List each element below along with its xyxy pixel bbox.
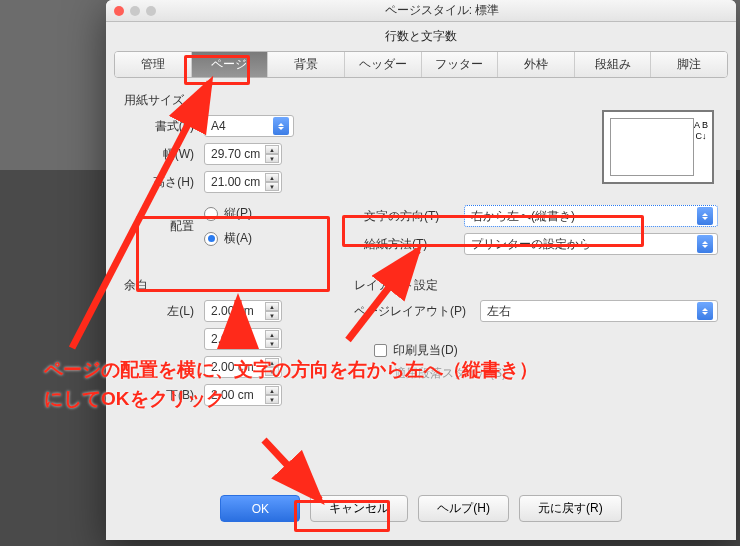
text-direction-label: 文字の方向(T) xyxy=(364,208,458,225)
layout-section: レイアウト設定 xyxy=(354,277,718,294)
tab-footnote[interactable]: 脚注 xyxy=(651,52,727,77)
cancel-button[interactable]: キャンセル xyxy=(310,495,408,522)
radio-icon xyxy=(204,207,218,221)
chevron-updown-icon xyxy=(273,117,289,135)
margin-left-spin[interactable]: 2.00 cm▲▼ xyxy=(204,300,282,322)
radio-icon xyxy=(204,232,218,246)
ok-button[interactable]: OK xyxy=(220,495,300,522)
tab-page[interactable]: ページ xyxy=(192,52,269,77)
page-preview: A BC↓ xyxy=(602,110,714,184)
tab-background[interactable]: 背景 xyxy=(268,52,345,77)
chevron-updown-icon xyxy=(697,302,713,320)
tab-manage[interactable]: 管理 xyxy=(115,52,192,77)
window-title: ページスタイル: 標準 xyxy=(156,2,728,19)
page-layout-value: 左右 xyxy=(487,303,511,320)
paper-feed-value: プリンターの設定から xyxy=(471,236,591,253)
orientation-portrait[interactable]: 縦(P) xyxy=(204,205,252,222)
height-spin[interactable]: 21.00 cm ▲▼ xyxy=(204,171,282,193)
paper-feed-combo[interactable]: プリンターの設定から xyxy=(464,233,718,255)
tab-columns[interactable]: 段組み xyxy=(575,52,652,77)
width-spin[interactable]: 29.70 cm ▲▼ xyxy=(204,143,282,165)
format-label: 書式(F) xyxy=(124,118,194,135)
format-value: A4 xyxy=(211,119,226,133)
format-combo[interactable]: A4 xyxy=(204,115,294,137)
paper-size-section: 用紙サイズ xyxy=(124,92,718,109)
dialog-subtitle: 行数と文字数 xyxy=(106,22,736,51)
page-style-dialog: ページスタイル: 標準 行数と文字数 管理 ページ 背景 ヘッダー フッター 外… xyxy=(106,0,736,540)
help-button[interactable]: ヘルプ(H) xyxy=(418,495,509,522)
margin-right-spin[interactable]: 2.00 cm▲▼ xyxy=(204,328,282,350)
margin-left-label: 左(L) xyxy=(124,303,194,320)
width-value: 29.70 cm xyxy=(211,147,260,161)
text-direction-combo[interactable]: 右から左へ(縦書き) xyxy=(464,205,718,227)
chevron-updown-icon xyxy=(697,207,713,225)
height-value: 21.00 cm xyxy=(211,175,260,189)
page-layout-combo[interactable]: 左右 xyxy=(480,300,718,322)
orientation-label: 配置 xyxy=(124,218,194,235)
titlebar: ページスタイル: 標準 xyxy=(106,0,736,22)
tab-footer[interactable]: フッター xyxy=(422,52,499,77)
minimize-icon xyxy=(130,6,140,16)
orientation-landscape[interactable]: 横(A) xyxy=(204,230,252,247)
height-label: 高さ(H) xyxy=(124,174,194,191)
reset-button[interactable]: 元に戻す(R) xyxy=(519,495,622,522)
window-controls xyxy=(114,6,156,16)
annotation-text: ページの配置を横に、文字の方向を右から左へ（縦書き） にしてOKをクリック xyxy=(44,356,538,413)
width-label: 幅(W) xyxy=(124,146,194,163)
tab-bar: 管理 ページ 背景 ヘッダー フッター 外枠 段組み 脚注 xyxy=(114,51,728,78)
button-bar: OK キャンセル ヘルプ(H) 元に戻す(R) xyxy=(106,485,736,532)
paper-feed-label: 給紙方法(T) xyxy=(364,236,458,253)
page-layout-label: ページレイアウト(P) xyxy=(354,303,474,320)
tab-header[interactable]: ヘッダー xyxy=(345,52,422,77)
chevron-updown-icon xyxy=(697,235,713,253)
maximize-icon xyxy=(146,6,156,16)
tab-border[interactable]: 外枠 xyxy=(498,52,575,77)
text-direction-value: 右から左へ(縦書き) xyxy=(471,208,575,225)
preview-marks: A BC↓ xyxy=(694,120,708,142)
margin-section: 余白 xyxy=(124,277,334,294)
close-icon[interactable] xyxy=(114,6,124,16)
